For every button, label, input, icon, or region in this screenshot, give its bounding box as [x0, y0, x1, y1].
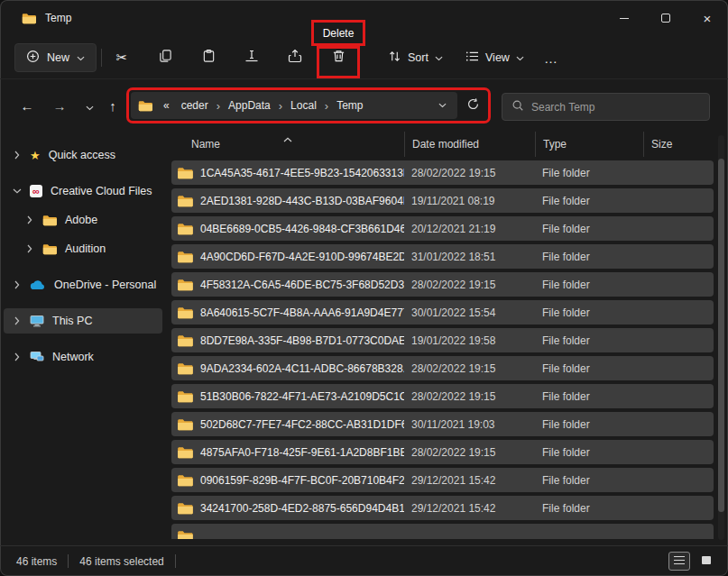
cut-button[interactable]: ✂	[104, 41, 140, 74]
arrow-up-icon: ↑	[109, 98, 116, 114]
folder-icon	[177, 223, 193, 235]
folder-icon	[177, 195, 193, 207]
sidebar-item-network[interactable]: Network	[4, 344, 162, 370]
file-type: File folder	[535, 195, 643, 207]
chevron-right-icon	[13, 151, 22, 160]
table-row[interactable]: 34241700-258D-4ED2-8875-656D94D4B117 29/…	[171, 496, 714, 520]
more-options-button[interactable]: …	[536, 43, 567, 72]
table-row[interactable]: 8DD7E98A-335F-4B98-B7D1-0773C0DAE6... 19…	[171, 328, 714, 352]
up-button[interactable]: ↑	[99, 92, 126, 119]
search-input[interactable]	[531, 101, 700, 114]
share-button[interactable]	[277, 41, 313, 74]
table-row[interactable]: 1CA45A35-4617-4EE5-9B23-1542063313D8 28/…	[171, 160, 714, 185]
breadcrumb-ceder[interactable]: ceder	[177, 96, 213, 114]
star-icon: ★	[30, 150, 41, 161]
file-explorer-window: Temp × New ✂ Sort View …	[0, 0, 728, 576]
share-icon	[288, 49, 302, 67]
file-date: 30/11/2021 19:03	[404, 418, 535, 431]
file-name: 1CA45A35-4617-4EE5-9B23-1542063313D8	[200, 167, 404, 179]
table-row[interactable]: 4875AFA0-F718-425F-9E61-1A2D8BF1BE1E 28/…	[171, 440, 714, 464]
table-row[interactable]: 4F58312A-C6A5-46DE-BC75-3F68D52D37... 28…	[171, 272, 714, 297]
details-view-button[interactable]	[668, 552, 690, 571]
column-header-size[interactable]: Size	[643, 132, 714, 157]
table-row[interactable]: 8A640615-5C7F-4B8A-AAA6-91A9D4E777... 30…	[171, 300, 714, 325]
sidebar-item-label: Audition	[65, 242, 106, 255]
search-box[interactable]	[502, 93, 710, 121]
rename-button[interactable]	[234, 41, 270, 74]
column-header-date-modified[interactable]: Date modified	[404, 132, 535, 157]
chevron-right-icon	[25, 215, 34, 224]
delete-button[interactable]	[320, 41, 356, 74]
table-row[interactable]: 502D68C7-7FE7-4FC2-88CC-AB31D1DF62... 30…	[171, 412, 714, 436]
sidebar-item-adobe[interactable]: Adobe	[4, 207, 162, 233]
large-icons-view-button[interactable]	[696, 552, 717, 571]
large-icons-view-icon	[701, 555, 712, 568]
column-header-label: Type	[543, 138, 567, 151]
refresh-button[interactable]	[459, 92, 486, 119]
view-button[interactable]: View	[456, 43, 533, 72]
sort-button[interactable]: Sort	[379, 43, 452, 72]
file-name: 34241700-258D-4ED2-8875-656D94D4B117	[200, 502, 404, 515]
toolbar-separator	[101, 49, 102, 67]
file-date: 20/12/2021 21:19	[404, 223, 535, 235]
file-type: File folder	[535, 362, 643, 375]
column-header-label: Date modified	[412, 138, 479, 151]
table-row[interactable]: 2AED1381-928D-443C-B13D-03BAF9604F... 19…	[171, 188, 714, 213]
table-row[interactable]: 9ADA2334-602A-4C11-ADBC-86678B328... 28/…	[171, 356, 714, 380]
minimize-button[interactable]	[604, 0, 645, 36]
folder-icon	[22, 13, 36, 24]
breadcrumb-appdata[interactable]: AppData	[224, 96, 275, 114]
sidebar-item-audition[interactable]: Audition	[4, 236, 162, 261]
breadcrumb-local[interactable]: Local	[286, 96, 321, 114]
sidebar-item-quick-access[interactable]: ★ Quick access	[4, 142, 162, 168]
scrollbar-thumb[interactable]	[718, 159, 724, 512]
chevron-right-icon	[25, 244, 34, 253]
column-header-type[interactable]: Type	[535, 132, 643, 157]
sidebar-item-onedrive[interactable]: OneDrive - Personal	[4, 272, 162, 297]
folder-icon	[177, 418, 193, 431]
table-row[interactable]: 0906159F-829B-4F7F-BC0F-20B710B4F212 29/…	[171, 468, 714, 492]
new-button[interactable]: New	[14, 43, 97, 72]
back-button[interactable]: ←	[14, 92, 41, 119]
table-row[interactable]: 4A90CD6D-F67D-4A2E-910D-99674BE2D0... 31…	[171, 244, 714, 269]
file-name: 502D68C7-7FE7-4FC2-88CC-AB31D1DF62...	[200, 418, 404, 431]
onedrive-cloud-icon	[30, 279, 46, 290]
vertical-scrollbar[interactable]	[718, 135, 724, 540]
sidebar-item-creative-cloud[interactable]: ∞ Creative Cloud Files	[4, 178, 162, 204]
file-date: 28/02/2022 19:15	[404, 167, 535, 179]
table-row[interactable]: 04BE6689-0CB5-4426-9848-CF3B661D462C 20/…	[171, 216, 714, 241]
close-button[interactable]: ×	[687, 0, 728, 36]
sidebar-item-label: Quick access	[49, 149, 115, 161]
file-name: 04BE6689-0CB5-4426-9848-CF3B661D462C	[200, 223, 404, 235]
breadcrumb-overflow[interactable]: «	[159, 96, 174, 114]
maximize-button[interactable]	[645, 0, 687, 36]
view-toggles	[668, 552, 717, 571]
table-row-partial[interactable]	[171, 524, 714, 539]
file-date: 19/01/2022 19:58	[404, 334, 535, 347]
selected-count: 46 items selected	[79, 555, 163, 568]
folder-icon	[42, 243, 57, 255]
forward-button[interactable]: →	[46, 92, 73, 119]
delete-annotation-label: Delete	[311, 20, 365, 46]
folder-icon	[42, 215, 57, 226]
table-row[interactable]: 51B30B06-7822-4F71-AE73-A2109D5C1C9B 28/…	[171, 384, 714, 408]
file-name: 9ADA2334-602A-4C11-ADBC-86678B328...	[200, 362, 404, 375]
file-name: 4A90CD6D-F67D-4A2E-910D-99674BE2D0...	[200, 251, 404, 263]
sidebar-item-this-pc[interactable]: This PC	[4, 308, 162, 334]
file-date: 30/01/2022 15:54	[404, 306, 535, 319]
address-breadcrumb-bar[interactable]: « ceder › AppData › Local › Temp	[131, 92, 457, 119]
network-icon	[30, 351, 44, 363]
folder-icon	[177, 390, 193, 403]
column-header-name[interactable]: Name	[171, 132, 404, 157]
sidebar-item-label: Adobe	[65, 214, 97, 226]
file-date: 19/11/2021 08:19	[404, 195, 535, 207]
column-header-label: Name	[191, 138, 220, 151]
folder-icon	[177, 167, 193, 179]
paste-button[interactable]	[190, 41, 226, 74]
window-title: Temp	[45, 12, 71, 24]
breadcrumb-temp[interactable]: Temp	[332, 96, 367, 114]
folder-icon	[177, 251, 193, 263]
copy-button[interactable]	[147, 41, 183, 74]
address-dropdown-button[interactable]	[435, 99, 450, 112]
arrow-left-icon: ←	[21, 98, 34, 114]
